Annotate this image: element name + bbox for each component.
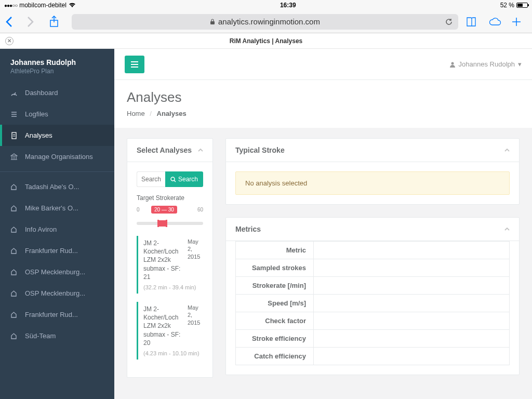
bank-icon — [10, 153, 19, 161]
sidebar-org-item[interactable]: Süd-Team — [0, 325, 114, 347]
collapse-toggle[interactable] — [198, 148, 203, 152]
analysis-item[interactable]: May 2, 2015JM 2-Kocher/Loch LZM 2x2k sub… — [137, 236, 203, 294]
forward-button[interactable] — [27, 16, 42, 28]
home-icon — [10, 183, 19, 190]
svg-point-21 — [171, 177, 175, 181]
metrics-panel: Metrics MetricSampled strokesStrokerate … — [225, 217, 520, 375]
home-icon — [10, 269, 19, 275]
battery-icon — [516, 3, 528, 8]
metric-value — [314, 295, 510, 312]
metric-value — [314, 259, 510, 277]
doc-icon — [10, 132, 19, 139]
sidebar-nav: Dashboard Logfiles Analyses Manage Organ… — [0, 82, 114, 167]
sidebar-org-item[interactable]: Frankfurter Rud... — [0, 240, 114, 261]
sidebar-divider — [0, 171, 114, 172]
sr-badge: 20 — 30 — [151, 206, 177, 214]
metrics-row: Sampled strokes — [236, 259, 510, 277]
sidebar-org-item[interactable]: Mike Barker's O... — [0, 197, 114, 219]
sidebar-item-logfiles[interactable]: Logfiles — [0, 103, 114, 125]
svg-rect-9 — [12, 132, 16, 139]
breadcrumb-home[interactable]: Home — [127, 110, 145, 117]
panel-title: Select Analyses — [137, 146, 192, 154]
metrics-row: Stroke efficiency — [236, 330, 510, 348]
strokerate-slider[interactable]: 0 60 20 — 30 — [137, 207, 203, 225]
back-button[interactable] — [5, 16, 20, 28]
lock-icon — [210, 19, 215, 25]
sidebar-item-analyses[interactable]: Analyses — [0, 125, 114, 146]
sidebar-org-item[interactable]: Tadashi Abe's O... — [0, 176, 114, 197]
cloud-button[interactable] — [488, 17, 504, 26]
analyses-list: May 2, 2015JM 2-Kocher/Loch LZM 2x2k sub… — [137, 236, 203, 360]
page-title-bar: ✕ RiM Analytics | Analyses — [0, 33, 532, 49]
signal-dots-icon: ●●●○○ — [4, 3, 17, 8]
home-icon — [10, 226, 19, 233]
metric-name: Sampled strokes — [236, 259, 314, 277]
metric-value — [314, 277, 510, 295]
nav-label: Manage Organisations — [25, 153, 93, 161]
home-icon — [10, 205, 19, 211]
url-bar[interactable]: analytics.rowinginmotion.com — [72, 14, 458, 30]
sr-max: 60 — [197, 207, 203, 212]
org-label: Tadashi Abe's O... — [25, 183, 79, 191]
sidebar-item-dashboard[interactable]: Dashboard — [0, 82, 114, 103]
clock-label: 16:39 — [76, 2, 500, 9]
metric-name: Catch efficiency — [236, 348, 314, 365]
org-label: Info Aviron — [25, 225, 57, 233]
share-button[interactable] — [49, 16, 64, 28]
search-button-label: Search — [178, 176, 198, 183]
select-analyses-panel: Select Analyses Search Target Strokerate — [127, 138, 213, 378]
bookmarks-button[interactable] — [466, 17, 481, 27]
user-icon — [449, 61, 456, 68]
collapse-toggle[interactable] — [504, 148, 510, 152]
sidebar-org-item[interactable]: Info Aviron — [0, 219, 114, 240]
hamburger-button[interactable] — [125, 56, 144, 73]
ios-status-bar: ●●●○○ mobilcom-debitel 16:39 52 % — [0, 0, 532, 10]
analysis-duration: (4.23 min - 10.10 min) — [143, 350, 203, 356]
sr-handle-high[interactable] — [166, 220, 167, 227]
user-dropdown[interactable]: Johannes Rudolph ▾ — [449, 60, 522, 68]
panel-title: Metrics — [235, 225, 261, 233]
new-tab-button[interactable] — [511, 17, 527, 27]
page-header: Analyses Home / Analyses — [114, 80, 532, 128]
collapse-toggle[interactable] — [504, 227, 510, 231]
svg-marker-12 — [11, 154, 17, 156]
analysis-item[interactable]: May 2, 2015JM 2-Kocher/Loch LZM 2x2k sub… — [137, 302, 203, 360]
metrics-row: Metric — [236, 242, 510, 259]
sidebar-org-item[interactable]: OSP Mecklenburg... — [0, 283, 114, 304]
sr-handle-low[interactable] — [157, 220, 159, 227]
gauge-icon — [10, 89, 19, 97]
sidebar-username: Johannes Rudolph — [10, 58, 104, 66]
no-analysis-alert: No analysis selected — [235, 171, 510, 195]
metric-value — [314, 330, 510, 348]
metric-name: Check factor — [236, 312, 314, 330]
metric-name: Strokerate [/min] — [236, 277, 314, 295]
home-icon — [10, 311, 19, 318]
sidebar: Johannes Rudolph AthletePro Plan Dashboa… — [0, 49, 114, 399]
search-input[interactable] — [137, 171, 165, 187]
metric-name: Metric — [236, 242, 314, 259]
home-icon — [10, 290, 19, 297]
breadcrumb-current: Analyses — [157, 110, 187, 117]
sidebar-item-manage-orgs[interactable]: Manage Organisations — [0, 146, 114, 167]
typical-stroke-panel: Typical Stroke No analysis selected — [225, 138, 520, 205]
svg-rect-2 — [210, 21, 215, 24]
safari-toolbar: analytics.rowinginmotion.com — [0, 10, 532, 33]
sidebar-plan: AthletePro Plan — [10, 68, 104, 75]
org-label: OSP Mecklenburg... — [25, 268, 85, 276]
reload-button[interactable] — [445, 18, 453, 26]
home-icon — [10, 332, 19, 339]
list-icon — [10, 111, 19, 118]
org-label: Frankfurter Rud... — [25, 311, 78, 318]
metric-value — [314, 312, 510, 330]
close-page-button[interactable]: ✕ — [5, 37, 14, 45]
battery-pct-label: 52 % — [500, 2, 514, 9]
main-area: Johannes Rudolph ▾ Analyses Home / Analy… — [114, 49, 532, 399]
org-label: OSP Mecklenburg... — [25, 289, 85, 297]
sidebar-org-item[interactable]: Frankfurter Rud... — [0, 304, 114, 325]
org-label: Frankfurter Rud... — [25, 247, 78, 255]
search-button[interactable]: Search — [165, 171, 203, 187]
analysis-date: May 2, 2015 — [188, 238, 203, 260]
sr-min: 0 — [137, 207, 140, 212]
metrics-row: Strokerate [/min] — [236, 277, 510, 295]
sidebar-org-item[interactable]: OSP Mecklenburg... — [0, 261, 114, 283]
